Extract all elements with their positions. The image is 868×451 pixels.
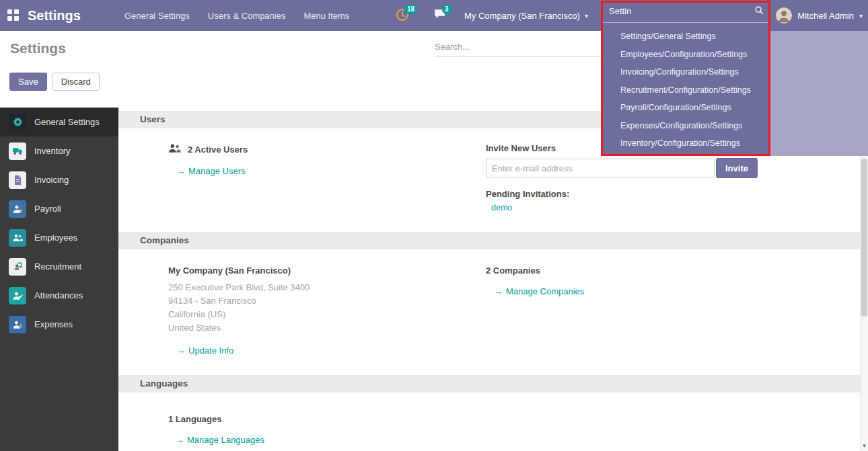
section-title: Companies — [140, 235, 189, 245]
user-dropdown-panel — [770, 31, 868, 156]
sidebar-item-recruitment[interactable]: Recruitment — [0, 252, 118, 281]
invite-email-input[interactable] — [486, 159, 715, 177]
expenses-dollar-icon: $ — [9, 316, 26, 333]
section-header-languages: Languages — [118, 375, 860, 393]
discard-button[interactable]: Discard — [52, 73, 100, 91]
payroll-person-icon — [9, 200, 26, 218]
menu-search-results: Settings/General Settings Employees/Conf… — [602, 28, 770, 153]
users-left-column: 2 Active Users → Manage Users — [168, 128, 486, 177]
pending-invitation-demo-link[interactable]: demo — [491, 203, 512, 212]
arrow-right-icon: → — [494, 286, 503, 296]
manage-users-link[interactable]: → Manage Users — [176, 166, 246, 176]
sidebar-item-inventory[interactable]: Inventory — [0, 136, 118, 165]
search-result-item[interactable]: Expenses/Configuration/Settings — [602, 117, 770, 135]
menu-item-menu-items[interactable]: Menu Items — [303, 11, 349, 21]
manage-companies-link[interactable]: → Manage Companies — [494, 286, 584, 296]
chevron-down-icon: ▾ — [859, 12, 863, 19]
employees-people-icon — [9, 229, 26, 247]
search-result-item[interactable]: Invoicing/Configuration/Settings — [602, 63, 770, 81]
sidebar-item-attendances[interactable]: Attendances — [0, 281, 118, 310]
manage-languages-link[interactable]: → Manage Languages — [175, 435, 264, 445]
truck-icon — [9, 142, 26, 160]
companies-left-column: My Company (San Francisco) 250 Executive… — [168, 249, 486, 356]
languages-section: 1 Languages → Manage Languages — [118, 393, 860, 446]
section-title: Users — [140, 114, 166, 124]
company-switcher[interactable]: My Company (San Francisco) ▾ — [464, 0, 588, 31]
activities-clock-icon[interactable]: 18 — [396, 8, 410, 23]
messages-badge: 3 — [442, 5, 451, 14]
companies-count: 2 Companies — [486, 265, 860, 276]
arrow-right-icon: → — [176, 166, 185, 176]
apps-menu-icon[interactable] — [7, 9, 19, 21]
settings-sidebar: General Settings Inventory Invoicing Pay… — [0, 108, 118, 451]
save-button[interactable]: Save — [9, 73, 47, 91]
user-menu[interactable]: Mitchell Admin ▾ — [776, 0, 863, 31]
active-users-count: 2 Active Users — [188, 145, 248, 155]
invoice-document-icon — [9, 171, 26, 189]
chevron-down-icon: ▾ — [585, 12, 588, 19]
scrollbar-thumb[interactable] — [861, 159, 867, 317]
sidebar-item-label: Invoicing — [34, 175, 69, 185]
sidebar-item-label: Recruitment — [34, 261, 81, 272]
svg-text:$: $ — [20, 323, 22, 329]
search-result-item[interactable]: Employees/Configuration/Settings — [602, 46, 770, 64]
companies-right-column: 2 Companies → Manage Companies — [486, 249, 860, 297]
recruitment-magnifier-icon — [9, 258, 26, 276]
search-result-item[interactable]: Settings/General Settings — [602, 28, 770, 46]
sidebar-item-invoicing[interactable]: Invoicing — [0, 165, 118, 194]
languages-count: 1 Languages — [168, 414, 486, 424]
company-switcher-label: My Company (San Francisco) — [464, 11, 580, 21]
sidebar-item-label: General Settings — [34, 117, 100, 127]
search-placeholder: Search... — [435, 42, 470, 52]
search-result-item[interactable]: Payroll/Configuration/Settings — [602, 99, 770, 117]
save-discard-row: Save Discard — [9, 73, 100, 91]
users-group-icon — [168, 143, 181, 156]
invite-row: Invite — [486, 159, 860, 178]
top-menu: General Settings Users & Companies Menu … — [124, 0, 349, 31]
user-name: Mitchell Admin — [797, 11, 854, 21]
sidebar-item-label: Inventory — [34, 146, 70, 156]
section-header-companies: Companies — [118, 232, 860, 249]
activities-badge: 18 — [404, 5, 417, 14]
menu-search-query: Settin — [609, 6, 754, 16]
arrow-right-icon: → — [176, 345, 185, 356]
scroll-down-button[interactable]: ▼ — [861, 442, 868, 450]
avatar — [776, 7, 792, 24]
companies-section: My Company (San Francisco) 250 Executive… — [118, 249, 860, 375]
records-search-input[interactable]: Search... — [435, 42, 602, 57]
settings-content: Users 2 Active Users → Manage Users Invi… — [118, 108, 860, 451]
sidebar-item-expenses[interactable]: $ Expenses — [0, 310, 118, 339]
company-address-line: 94134 - San Francisco — [168, 294, 486, 308]
company-address-line: United States — [168, 321, 486, 335]
menu-item-general-settings[interactable]: General Settings — [124, 11, 190, 21]
company-address-line: California (US) — [168, 308, 486, 321]
arrow-right-icon: → — [175, 435, 184, 445]
search-result-item[interactable]: Inventory/Configuration/Settings — [602, 134, 770, 153]
sidebar-item-label: Expenses — [34, 319, 73, 329]
sidebar-item-general-settings[interactable]: General Settings — [0, 108, 118, 136]
sidebar-item-employees[interactable]: Employees — [0, 223, 118, 252]
company-name: My Company (San Francisco) — [168, 265, 486, 276]
search-icon — [754, 5, 764, 17]
invite-button[interactable]: Invite — [716, 158, 758, 178]
company-address-line: 250 Executive Park Blvd, Suite 3400 — [168, 281, 486, 294]
menu-search-input[interactable]: Settin — [602, 0, 770, 23]
languages-left-column: 1 Languages → Manage Languages — [168, 393, 486, 446]
sidebar-item-label: Attendances — [34, 290, 83, 300]
sidebar-item-label: Payroll — [34, 204, 61, 214]
section-title: Languages — [140, 378, 188, 388]
menu-item-users-companies[interactable]: Users & Companies — [208, 11, 286, 21]
menu-search-dropdown: Settin Settings/General Settings Employe… — [602, 0, 770, 156]
messages-chat-icon[interactable]: 3 — [433, 8, 448, 23]
attendance-check-icon — [9, 287, 26, 304]
app-title[interactable]: Settings — [28, 0, 81, 31]
sidebar-item-label: Employees — [34, 233, 77, 243]
pending-invitations-label: Pending Invitations: — [486, 189, 860, 199]
gear-icon — [9, 114, 26, 131]
search-result-item[interactable]: Recruitment/Configuration/Settings — [602, 81, 770, 99]
page-title: Settings — [10, 40, 66, 56]
update-info-link[interactable]: → Update Info — [176, 345, 233, 356]
sidebar-item-payroll[interactable]: Payroll — [0, 194, 118, 223]
active-users-row: 2 Active Users — [168, 143, 486, 156]
